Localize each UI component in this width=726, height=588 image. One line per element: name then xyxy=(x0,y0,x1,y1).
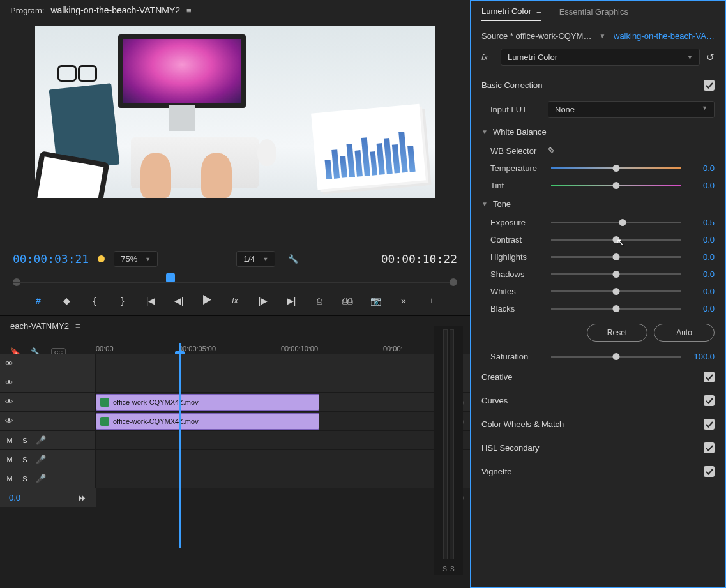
shadows-slider[interactable] xyxy=(551,273,681,275)
chevron-down-icon[interactable]: ▼ xyxy=(595,33,609,40)
temperature-slider[interactable] xyxy=(551,167,681,169)
section-enable-checkbox[interactable] xyxy=(704,466,715,477)
section-enable-checkbox[interactable] xyxy=(704,80,715,91)
audio-clip[interactable]: office-work-CQYMX4Z.mov xyxy=(96,413,319,430)
reset-effect-icon[interactable]: ↺ xyxy=(706,52,715,63)
lumetri-color-panel: Lumetri Color≡ Essential Graphics Source… xyxy=(470,0,726,588)
marker-indicator xyxy=(98,255,105,262)
tint-label: Tint xyxy=(490,181,545,190)
ruler-label: 00:00 xyxy=(96,345,114,352)
timeline-menu-icon[interactable]: ≡ xyxy=(75,321,80,331)
blacks-value[interactable]: 0.0 xyxy=(688,304,715,313)
settings-wrench-icon[interactable]: 🔧 xyxy=(284,254,302,264)
tint-slider[interactable] xyxy=(551,185,681,186)
tracks-area: 👁 👁 👁 office-work-CQYMX4Z.mov 👁 office-w… xyxy=(0,354,470,507)
exposure-slider[interactable] xyxy=(551,222,681,223)
exposure-value[interactable]: 0.5 xyxy=(688,218,715,227)
add-button[interactable]: + xyxy=(425,296,439,306)
temperature-value[interactable]: 0.0 xyxy=(688,163,715,173)
program-scrubber[interactable] xyxy=(13,273,457,287)
section-creative[interactable]: Creative xyxy=(471,365,725,389)
program-title: walking-on-the-beach-VATNMY2 xyxy=(50,5,180,15)
in-point-button[interactable]: { xyxy=(87,296,102,306)
section-enable-checkbox[interactable] xyxy=(704,419,715,430)
tab-lumetri-color[interactable]: Lumetri Color≡ xyxy=(481,6,541,21)
sequence-link[interactable]: walking-on-the-beach-VA… xyxy=(614,31,715,41)
solo-button[interactable]: S xyxy=(20,437,29,444)
program-title-prefix: Program: xyxy=(10,6,44,15)
subsection-white-balance[interactable]: ▼ White Balance xyxy=(471,122,725,142)
eyedropper-icon[interactable]: ✎ xyxy=(548,146,556,156)
contrast-slider[interactable] xyxy=(551,239,681,241)
tint-value[interactable]: 0.0 xyxy=(688,181,715,190)
speed-ramp-icon[interactable]: ⏭ xyxy=(79,493,87,502)
current-timecode[interactable]: 00:00:03:21 xyxy=(13,252,89,266)
tab-essential-graphics[interactable]: Essential Graphics xyxy=(559,6,628,20)
mic-icon[interactable]: 🎤 xyxy=(36,474,46,483)
step-forward-button[interactable]: |▶ xyxy=(256,296,270,306)
source-clip-label: Source * office-work-CQYM… xyxy=(481,31,591,41)
panel-menu-icon[interactable]: ≡ xyxy=(536,6,541,16)
blacks-slider[interactable] xyxy=(551,308,681,310)
lift-button[interactable]: ⎙ xyxy=(312,296,326,306)
resolution-dropdown[interactable]: 1/4▼ xyxy=(236,251,275,267)
section-color-wheels[interactable]: Color Wheels & Match xyxy=(471,412,725,436)
fx-toggle-button[interactable]: fx xyxy=(228,296,242,305)
section-hsl-secondary[interactable]: HSL Secondary xyxy=(471,436,725,460)
whites-slider[interactable] xyxy=(551,290,681,292)
whites-value[interactable]: 0.0 xyxy=(688,287,715,296)
extract-button[interactable]: ⎙⎙ xyxy=(340,296,354,306)
section-enable-checkbox[interactable] xyxy=(704,442,715,453)
go-to-out-button[interactable]: ▶| xyxy=(284,296,298,306)
contrast-label: Contrast xyxy=(490,235,545,245)
timeline-ruler[interactable]: 00:00 00:00:05:00 00:00:10:00 00:00: xyxy=(96,343,470,354)
fx-icon[interactable]: fx xyxy=(481,52,494,62)
input-lut-dropdown[interactable]: None▼ xyxy=(548,101,715,118)
mute-button[interactable]: M xyxy=(5,475,14,483)
video-clip[interactable]: office-work-CQYMX4Z.mov xyxy=(96,394,319,411)
saturation-slider[interactable] xyxy=(551,356,681,358)
solo-label[interactable]: S xyxy=(450,566,455,573)
track-toggle-icon[interactable]: 👁 xyxy=(5,397,13,407)
saturation-value[interactable]: 100.0 xyxy=(688,352,715,361)
blacks-label: Blacks xyxy=(490,304,545,313)
track-toggle-icon[interactable]: 👁 xyxy=(5,416,13,426)
speed-value[interactable]: 0.0 xyxy=(9,493,20,502)
section-basic-correction[interactable]: Basic Correction xyxy=(471,73,725,97)
highlights-slider[interactable] xyxy=(551,256,681,258)
panel-menu-icon[interactable]: ≡ xyxy=(186,6,192,15)
go-to-in-button[interactable]: |◀ xyxy=(144,296,158,306)
marker-button[interactable]: ◆ xyxy=(59,296,73,306)
track-toggle-icon[interactable]: 👁 xyxy=(5,359,13,368)
mic-icon[interactable]: 🎤 xyxy=(36,435,46,445)
subsection-tone[interactable]: ▼ Tone xyxy=(471,194,725,214)
duration-timecode: 00:00:10:22 xyxy=(381,252,457,266)
contrast-value[interactable]: 0.0 xyxy=(688,235,715,245)
mute-button[interactable]: M xyxy=(5,437,14,444)
mic-icon[interactable]: 🎤 xyxy=(36,455,46,464)
more-tools-button[interactable]: » xyxy=(397,296,411,306)
zoom-dropdown[interactable]: 75%▼ xyxy=(114,251,158,267)
play-button[interactable] xyxy=(200,295,214,306)
track-toggle-icon[interactable]: 👁 xyxy=(5,378,13,388)
section-vignette[interactable]: Vignette xyxy=(471,460,725,483)
section-enable-checkbox[interactable] xyxy=(704,372,715,382)
reset-button[interactable]: Reset xyxy=(587,324,647,342)
solo-button[interactable]: S xyxy=(20,475,29,483)
solo-button[interactable]: S xyxy=(20,456,29,464)
input-lut-label: Input LUT xyxy=(490,105,541,114)
add-marker-button[interactable]: # xyxy=(31,296,45,306)
export-frame-button[interactable]: 📷 xyxy=(368,296,382,306)
highlights-value[interactable]: 0.0 xyxy=(688,252,715,262)
section-curves[interactable]: Curves xyxy=(471,389,725,412)
step-back-button[interactable]: ◀| xyxy=(172,296,186,306)
out-point-button[interactable]: } xyxy=(116,296,130,306)
ruler-label: 00:00: xyxy=(383,345,403,352)
effect-preset-dropdown[interactable]: Lumetri Color▼ xyxy=(501,49,700,66)
solo-label[interactable]: S xyxy=(442,566,447,573)
section-enable-checkbox[interactable] xyxy=(704,395,715,406)
shadows-value[interactable]: 0.0 xyxy=(688,269,715,279)
mute-button[interactable]: M xyxy=(5,456,14,464)
auto-button[interactable]: Auto xyxy=(654,324,715,342)
program-video-frame[interactable] xyxy=(35,26,435,198)
